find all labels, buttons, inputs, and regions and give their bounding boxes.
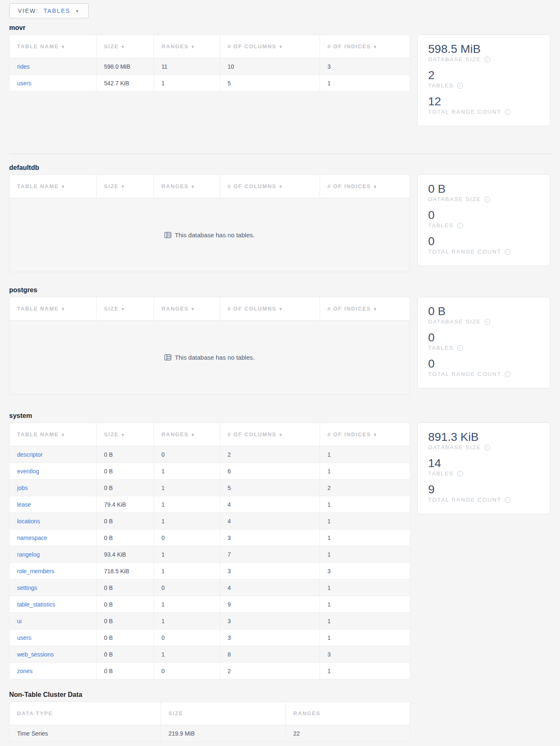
cell-columns: 4 [220,496,320,513]
column-header-columns[interactable]: # OF COLUMNS▼ [220,35,320,58]
tables-table-postgres: TABLE NAME▼ SIZE▼ RANGES▼ # OF COLUMNS▼ … [9,297,410,321]
info-icon[interactable]: i [484,445,490,450]
databases-page: VIEW: TABLES ▼ movr TABLE NAME▼ SIZE▼ RA… [0,0,560,746]
table-link[interactable]: users [17,80,31,87]
column-header-table-name[interactable]: TABLE NAME▼ [10,423,97,446]
table-link[interactable]: rangelog [17,551,40,558]
cell-size: 79.4 KiB [97,496,154,513]
column-header-label: TABLE NAME [17,306,59,312]
info-icon[interactable]: i [484,196,490,202]
table-link[interactable]: descriptor [17,451,42,458]
info-icon[interactable]: i [505,249,510,255]
info-icon[interactable]: i [457,83,463,89]
table-link[interactable]: locations [17,518,40,525]
cell-size: 0 B [97,629,154,646]
table-link[interactable]: zones [17,668,32,674]
table-link[interactable]: settings [17,584,37,591]
column-header-size[interactable]: SIZE▼ [97,297,154,321]
column-header-columns[interactable]: # OF COLUMNS▼ [220,297,320,321]
table-link[interactable]: role_members [17,568,54,574]
info-icon[interactable]: i [457,223,463,229]
database-summary-card: 0 B DATABASE SIZEi 0 TABLESi 0 TOTAL RAN… [417,297,550,388]
chevron-down-icon: ▼ [75,9,80,13]
table-row: locations 0 B 1 4 1 [10,513,410,530]
table-link[interactable]: users [17,634,31,641]
cell-columns: 5 [220,480,320,496]
table-row: users 0 B 0 3 1 [10,629,410,646]
cell-indices: 1 [320,530,410,546]
column-header-indices[interactable]: # OF INDICES▼ [320,35,410,58]
table-link[interactable]: table_statistics [17,601,55,608]
column-header-indices[interactable]: # OF INDICES▼ [320,175,410,198]
database-section-postgres: postgres TABLE NAME▼ SIZE▼ RANGES▼ # OF … [9,286,552,395]
info-icon[interactable]: i [505,109,510,115]
column-header-size[interactable]: SIZE▼ [97,35,154,58]
cell-columns: 6 [220,463,320,480]
column-header-size[interactable]: SIZE▼ [97,423,154,446]
sort-arrow-icon: ▼ [191,184,196,189]
column-header-ranges[interactable]: RANGES▼ [154,35,220,58]
info-icon[interactable]: i [484,319,490,325]
database-summary-card: 0 B DATABASE SIZEi 0 TABLESi 0 TOTAL RAN… [417,174,550,266]
column-header-indices[interactable]: # OF INDICES▼ [320,297,410,321]
info-icon[interactable]: i [457,345,463,351]
table-link[interactable]: eventlog [17,468,39,475]
column-header-table-name[interactable]: TABLE NAME▼ [10,175,97,198]
cell-indices: 1 [320,613,410,629]
column-header-ranges[interactable]: RANGES▼ [154,297,220,321]
stat-tables: 2 TABLESi [428,68,540,89]
column-header-label: # OF INDICES [327,43,371,50]
non-table-title: Non-Table Cluster Data [9,691,552,699]
database-title: defaultdb [9,164,552,172]
column-header-label: RANGES [161,306,188,312]
stat-value: 12 [428,94,540,108]
column-header-indices[interactable]: # OF INDICES▼ [320,423,410,446]
database-section-defaultdb: defaultdb TABLE NAME▼ SIZE▼ RANGES▼ # OF… [9,164,552,272]
info-icon[interactable]: i [505,497,510,503]
cell-size: 93.4 KiB [97,546,154,563]
table-link[interactable]: namespace [17,535,47,541]
view-dropdown[interactable]: VIEW: TABLES ▼ [9,3,89,18]
sort-arrow-icon: ▼ [121,307,126,311]
section-divider [9,154,552,154]
table-icon [164,354,171,361]
column-header-label: # OF INDICES [327,306,371,312]
view-dropdown-label: VIEW: [18,7,38,14]
info-icon[interactable]: i [484,57,490,62]
table-header-row: DATA TYPE SIZE RANGES [10,702,410,725]
sort-arrow-icon: ▼ [121,433,126,437]
cell-ranges: 0 [154,579,220,596]
sort-arrow-icon: ▼ [373,184,378,189]
table-link[interactable]: rides [17,63,30,70]
table-row: role_members 718.5 KiB 1 3 3 [10,563,410,579]
cell-size: 0 B [97,480,154,496]
column-header-ranges[interactable]: RANGES▼ [154,175,220,198]
stat-label: DATABASE SIZE [428,56,481,62]
non-table-data-table: DATA TYPE SIZE RANGES Time Series 219.9 … [9,701,410,742]
table-row: settings 0 B 0 4 1 [10,579,410,596]
table-row: lease 79.4 KiB 1 4 1 [10,496,410,513]
column-header-columns[interactable]: # OF COLUMNS▼ [220,423,320,446]
info-icon[interactable]: i [457,471,463,477]
column-header-ranges[interactable]: RANGES▼ [154,423,220,446]
cell-ranges: 0 [154,530,220,546]
cell-size: 219.9 MiB [161,725,286,742]
stat-value: 2 [428,68,540,82]
column-header-size[interactable]: SIZE▼ [97,175,154,198]
column-header-columns[interactable]: # OF COLUMNS▼ [220,175,320,198]
cell-ranges: 1 [154,646,220,663]
info-icon[interactable]: i [505,371,510,377]
database-title: postgres [9,286,552,294]
table-link[interactable]: lease [17,501,31,508]
table-link[interactable]: web_sessions [17,651,54,658]
table-row: zones 0 B 0 2 1 [10,663,410,679]
cell-size: 598.0 MiB [97,58,154,75]
column-header-label: RANGES [161,183,188,189]
table-link[interactable]: ui [17,618,22,624]
cell-indices: 1 [320,446,410,463]
column-header-table-name[interactable]: TABLE NAME▼ [10,35,97,58]
cell-indices: 1 [320,579,410,596]
table-link[interactable]: jobs [17,485,28,491]
column-header-table-name[interactable]: TABLE NAME▼ [10,297,97,321]
table-row: descriptor 0 B 0 2 1 [10,446,410,463]
